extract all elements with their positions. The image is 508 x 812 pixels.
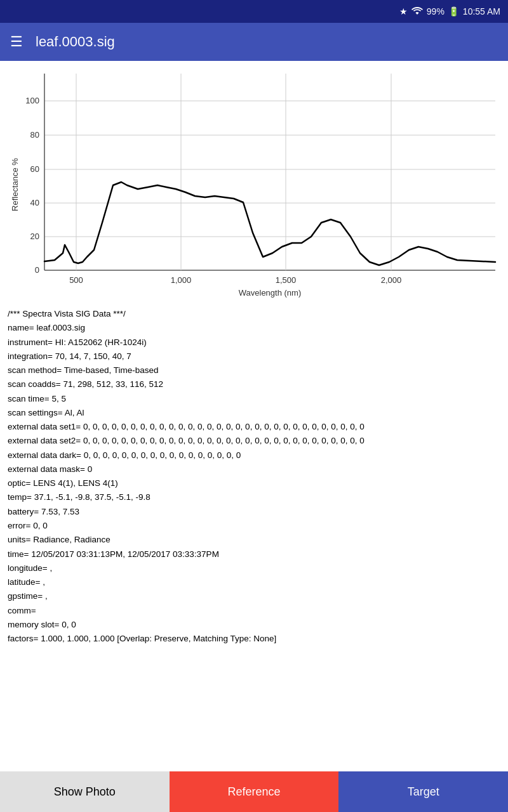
- metadata-line: comm=: [8, 604, 500, 618]
- svg-text:80: 80: [30, 130, 39, 140]
- bottom-bar: Show Photo Reference Target: [0, 771, 508, 812]
- metadata-line: temp= 37.1, -5.1, -9.8, 37.5, -5.1, -9.8: [8, 490, 500, 504]
- svg-text:1,000: 1,000: [171, 275, 192, 285]
- metadata-line: error= 0, 0: [8, 519, 500, 533]
- page-title: leaf.0003.sig: [36, 34, 115, 50]
- battery-text: 99%: [427, 6, 444, 16]
- menu-button[interactable]: ☰: [10, 34, 23, 50]
- wifi-icon: [411, 6, 423, 17]
- app-bar: ☰ leaf.0003.sig: [0, 23, 508, 61]
- svg-text:40: 40: [30, 198, 39, 207]
- svg-text:1,500: 1,500: [276, 275, 297, 285]
- metadata-line: gpstime= ,: [8, 589, 500, 603]
- metadata-line: instrument= HI: A152062 (HR-1024i): [8, 336, 500, 350]
- metadata-line: memory slot= 0, 0: [8, 618, 500, 632]
- spectral-chart: Reflectance % 100 80 60 40 20 0: [6, 67, 502, 302]
- svg-text:0: 0: [35, 265, 39, 275]
- metadata-line: external data dark= 0, 0, 0, 0, 0, 0, 0,…: [8, 449, 500, 462]
- reference-button[interactable]: Reference: [170, 771, 339, 812]
- metadata-line: /*** Spectra Vista SIG Data ***/: [8, 307, 500, 321]
- status-bar: ★ 99% 🔋 10:55 AM: [0, 0, 508, 23]
- metadata-line: external data mask= 0: [8, 462, 500, 476]
- svg-text:100: 100: [25, 96, 39, 105]
- metadata-line: integration= 70, 14, 7, 150, 40, 7: [8, 350, 500, 363]
- metadata-line: factors= 1.000, 1.000, 1.000 [Overlap: P…: [8, 632, 500, 646]
- metadata-line: external data set1= 0, 0, 0, 0, 0, 0, 0,…: [8, 420, 500, 434]
- show-photo-button[interactable]: Show Photo: [0, 771, 170, 812]
- svg-text:2,000: 2,000: [381, 275, 402, 285]
- metadata-line: battery= 7.53, 7.53: [8, 505, 500, 519]
- svg-text:500: 500: [69, 275, 83, 285]
- metadata-section: /*** Spectra Vista SIG Data ***/name= le…: [0, 302, 508, 651]
- metadata-line: longitude= ,: [8, 561, 500, 575]
- svg-text:Wavelength (nm): Wavelength (nm): [239, 288, 302, 298]
- status-icons: ★ 99% 🔋 10:55 AM: [399, 6, 500, 17]
- metadata-line: name= leaf.0003.sig: [8, 321, 500, 335]
- metadata-line: scan method= Time-based, Time-based: [8, 363, 500, 377]
- time-display: 10:55 AM: [463, 6, 500, 16]
- target-button[interactable]: Target: [338, 771, 508, 812]
- chart-svg: Reflectance % 100 80 60 40 20 0: [6, 67, 502, 302]
- metadata-line: latitude= ,: [8, 575, 500, 589]
- metadata-line: external data set2= 0, 0, 0, 0, 0, 0, 0,…: [8, 434, 500, 448]
- svg-text:60: 60: [30, 164, 39, 174]
- metadata-line: units= Radiance, Radiance: [8, 533, 500, 547]
- battery-icon: 🔋: [448, 6, 459, 16]
- svg-text:Reflectance %: Reflectance %: [10, 158, 20, 211]
- metadata-line: scan settings= Al, Al: [8, 406, 500, 420]
- metadata-line: scan coadds= 71, 298, 512, 33, 116, 512: [8, 377, 500, 391]
- metadata-line: time= 12/05/2017 03:31:13PM, 12/05/2017 …: [8, 547, 500, 561]
- svg-text:20: 20: [30, 232, 39, 241]
- metadata-line: optic= LENS 4(1), LENS 4(1): [8, 476, 500, 490]
- metadata-line: scan time= 5, 5: [8, 392, 500, 406]
- chart-container: Reflectance % 100 80 60 40 20 0: [0, 61, 508, 302]
- bluetooth-icon: ★: [399, 6, 408, 16]
